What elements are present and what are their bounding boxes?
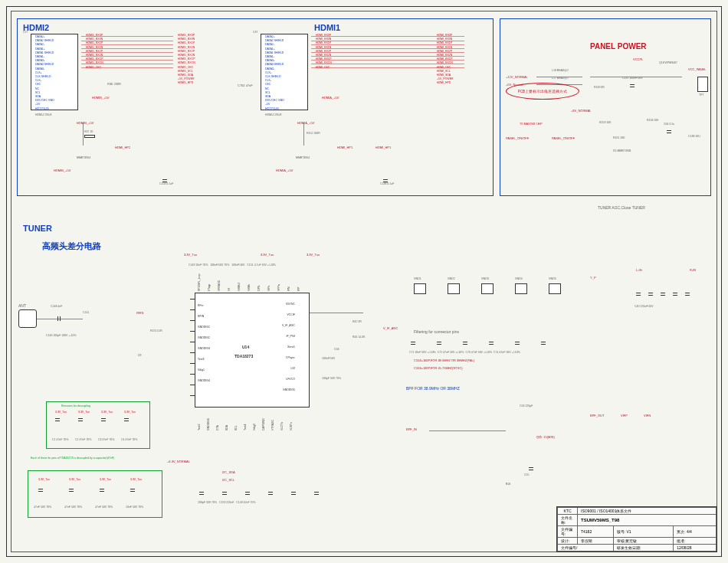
hdmi2-conn-ref: C27 (23, 31, 28, 34)
panel-power-title: PANEL POWER (590, 42, 647, 51)
r37 (84, 135, 95, 138)
hdmia-5v-3: HDMIA_+5V (276, 169, 293, 172)
tuner-agc-note: TUNER AGC,Close TUNER (598, 205, 645, 210)
c55 (529, 466, 533, 472)
conn-gnd4: GND4 (515, 277, 523, 280)
tb-filerev-label: 文件编号/ (558, 545, 614, 552)
to-master-chip: TO MASTER CHIP (520, 123, 543, 126)
tb-filename: TSUMV59MS_T98 (578, 515, 717, 526)
hdmi2-5v: HDMIB_+5V (92, 96, 109, 100)
tb-filename-label: 文件名称: (558, 515, 578, 526)
hdmi1-c704: C704 47nF (238, 83, 253, 87)
decoup-v1: 3.3V_Tun (55, 411, 67, 414)
c64 (667, 129, 671, 135)
tuner-title: TUNER (23, 224, 52, 233)
q-note: Q值: 15(MIN) (536, 435, 555, 439)
v33-tun-1: 3.3V_Tun (184, 253, 197, 257)
tb-version: V1 (626, 529, 631, 534)
tb-filecode: T4182 (578, 526, 614, 538)
tb-approve-label: 批准: (674, 538, 717, 545)
hdmi2-net-labels-near: HDMI1_RX0P HDMI1_RX0N HDMI1_RX1P HDMI1_R… (86, 34, 103, 70)
b18-label: B18 (506, 483, 510, 486)
vifac-net: V_IF_AGC (383, 326, 398, 330)
ic-right-labels: VSYNC VCCIF V_IF_AGC IF_PVif Xtest1 CPsy… (282, 299, 295, 395)
decoup-c2: C2 47nF 70% (75, 438, 91, 441)
tb-page-label: 页次: (677, 529, 685, 534)
hdmi-hp1-out: HDMI_HP1 (375, 146, 391, 149)
conn-gnd5: GND5 (549, 277, 556, 280)
css-note2: C553=100P,FOR 45.75MHZ(NTSC) (414, 366, 463, 370)
c137-label: C137 100nF/16V (622, 77, 642, 80)
wire (83, 123, 84, 146)
ic-part: TDA18273 (234, 354, 253, 358)
r158-label: R158 10K (647, 119, 659, 122)
c146-label: C146 100pF 100V +-10% (46, 334, 77, 337)
decoup-c1: C1 47nF 70% (52, 438, 68, 441)
rf-cap1: C148 4nF (51, 305, 62, 308)
l18-label: L18 BEAD@2 (552, 69, 569, 72)
tb-effdate: 12/08/28 (674, 545, 717, 552)
r149-label: R149 0R (594, 86, 605, 89)
decoup2-c2: 47nF 50V 70% (64, 506, 82, 509)
hdmi1-net-labels-near: HDMI_RX0P HDMI_RX0N HDMI_RX1P HDMI_RX1N … (316, 34, 332, 70)
mmbt3904-1: MMBT3904 (77, 156, 90, 159)
decoup2-c1: 47nF 50V 70% (34, 506, 51, 509)
decoup-v3: 3.3V_Tun (101, 411, 113, 414)
conn-gnd2: GND2 (448, 277, 455, 280)
yp-net: Y_P (590, 276, 596, 280)
ic-ref: U14 (242, 345, 249, 349)
ant-connector (18, 309, 37, 328)
c138b-label: C138 10U (688, 135, 700, 138)
hdmi2-net-labels-far: HDMI1_RX0P HDMI1_RX0N HDMI1_RX1P HDMI1_R… (178, 34, 195, 86)
c158-label: C158 0.1uF (159, 182, 173, 185)
hdmi1-title: HDMI1 (314, 23, 340, 32)
ant-label: ANT (18, 303, 26, 308)
decoup2-v1: 3.3V_Tun (38, 478, 50, 481)
v33-normal: +3.3V_NORMAL (167, 460, 190, 463)
decoup2-c4: 10nF 50V 70% (126, 506, 143, 509)
hdmi1-conn-part: HDMI-CON-R (265, 113, 282, 116)
conn-gnd1: GND1 (414, 277, 421, 280)
mid-cap-label2: 100pF 50V 70% (322, 377, 341, 380)
tb-review-label: 审核: (617, 538, 625, 543)
d9-label: D9 (138, 354, 141, 357)
v33-tun-2: 3.3V_Tun (261, 253, 274, 257)
c56-label: C56 220pF (520, 404, 533, 408)
ic-left-labels: RFin RFIN GNDDIG1 GNDDIG2 GNDDIG3 Test3 … (198, 300, 210, 386)
wire (310, 313, 363, 313)
hdmi2-r36: R36 200R (107, 82, 121, 86)
r44: R44 14.0K (353, 336, 366, 339)
i2c-scl: I2C_SCL (222, 478, 234, 482)
hdmi-hp2: HDMI_HP2 (115, 146, 130, 149)
hdmia-5v-2: HDMIA_+5V (297, 121, 314, 125)
pp-12v-label: +12V_NORMAL (506, 75, 528, 79)
r155-label: R155 51R (150, 329, 162, 332)
decoup-v2: 3.3V_Tun (78, 411, 90, 414)
hdmia-5v-label: HDMIA_+5V (322, 96, 339, 100)
hdmi1-pin-labels: DATA2+ DATA2 SHIELD DATA2- DATA1+ DATA1 … (265, 35, 284, 111)
bpf-note: BPF FOR 38.9MHz OR 38MHZ (406, 386, 460, 391)
decoup-title: Removes for decoupling (61, 404, 90, 408)
conn-gnd3: GND3 (481, 277, 489, 280)
c138-label: C138 0.1uF (380, 182, 394, 185)
wire (303, 123, 304, 146)
wire (429, 430, 506, 431)
tb-filecode-label: 文件编号: (558, 526, 578, 538)
hdmib-5v-label: HDMIB_+5V (77, 121, 93, 125)
tb-review: 黄宏敏 (625, 538, 637, 543)
bpf-in-label: BPF_IN (406, 427, 417, 431)
rfin-net: RFIN (136, 311, 143, 315)
top-cap-row: C149 10nF 70% 100nF/16V 70% 100nF/16V C1… (189, 263, 276, 267)
tb-effdate-label: 研发生效日期: (617, 545, 641, 550)
d5-label: D5 MMBT3904 (613, 149, 631, 152)
tb-version-label: 版号: (617, 529, 625, 534)
hdmi-hp1: HDMI_HP1 (337, 146, 353, 149)
filter-cap-labels: C71 10nF 50V +/-10% C72 47nF 50V +/-10% … (409, 351, 520, 354)
css-note1: C553=160P,FOR 38.9MHZ OR 38MHZ(PAL) (414, 358, 474, 362)
c148 (56, 316, 62, 321)
hdmi1-net-labels-far: HDMI_RX0P HDMI_RX0N HDMI_RX1P HDMI_RX1N … (437, 34, 454, 86)
pin-decouple-note: Each of these for pins of TDA18273 is de… (31, 457, 153, 460)
hdmi2-conn-part: HDMI-CON-R (35, 113, 52, 116)
pp-3v-label: +3V_NORMAL (571, 109, 592, 113)
vifp-out: VIFP (621, 414, 628, 417)
